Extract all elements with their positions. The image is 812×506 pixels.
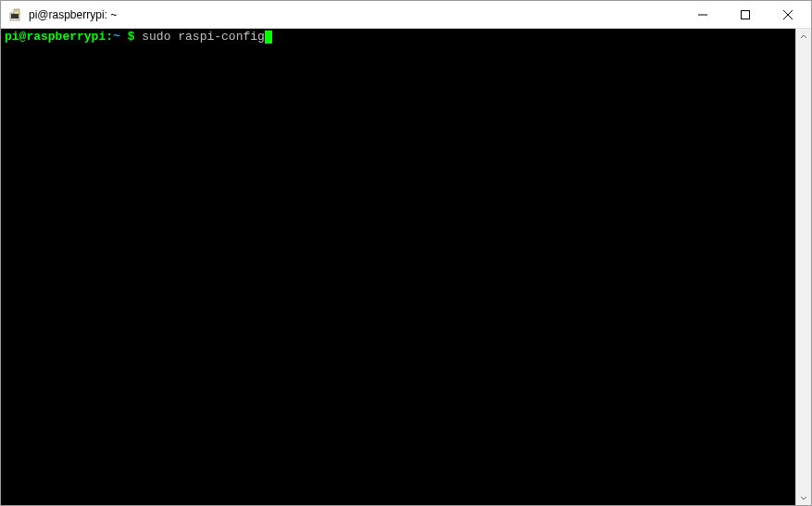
scroll-track[interactable] bbox=[796, 44, 811, 489]
prompt-symbol: $ bbox=[120, 30, 142, 44]
maximize-icon bbox=[741, 10, 750, 19]
chevron-down-icon bbox=[800, 494, 807, 501]
minimize-button[interactable] bbox=[681, 1, 724, 28]
window-controls bbox=[681, 1, 809, 28]
svg-rect-1 bbox=[11, 14, 19, 19]
client-area: pi@raspberrypi:~ $ sudo raspi-config bbox=[1, 29, 811, 505]
close-button[interactable] bbox=[767, 1, 809, 28]
prompt-path: ~ bbox=[113, 30, 120, 44]
titlebar[interactable]: pi@raspberrypi: ~ bbox=[1, 1, 811, 29]
scroll-up-button[interactable] bbox=[796, 29, 811, 44]
terminal-line: pi@raspberrypi:~ $ sudo raspi-config bbox=[5, 31, 792, 44]
cursor bbox=[265, 31, 272, 44]
vertical-scrollbar[interactable] bbox=[795, 29, 811, 505]
close-icon bbox=[783, 10, 793, 19]
prompt-separator: : bbox=[106, 30, 113, 44]
scroll-down-button[interactable] bbox=[796, 489, 811, 505]
maximize-button[interactable] bbox=[724, 1, 767, 28]
terminal-area[interactable]: pi@raspberrypi:~ $ sudo raspi-config bbox=[1, 29, 795, 505]
putty-icon bbox=[8, 7, 23, 22]
command-text: sudo raspi-config bbox=[142, 30, 265, 44]
chevron-up-icon bbox=[800, 33, 807, 41]
minimize-icon bbox=[698, 10, 707, 19]
svg-rect-6 bbox=[742, 10, 750, 19]
window-title: pi@raspberrypi: ~ bbox=[29, 8, 681, 21]
prompt-user-host: pi@raspberrypi bbox=[5, 30, 106, 44]
